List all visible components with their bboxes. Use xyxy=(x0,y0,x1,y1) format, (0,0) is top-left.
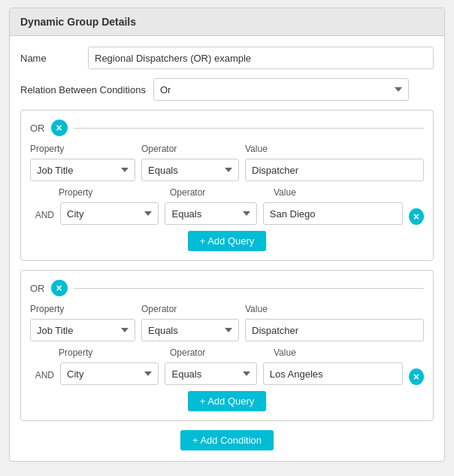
property-select-2-primary[interactable]: Job Title City xyxy=(30,319,135,341)
operator-select-2-and[interactable]: Equals Not Equals xyxy=(165,362,256,385)
primary-query-row-2: Job Title City Equals Not Equals xyxy=(30,319,424,341)
panel-body: Name Relation Between Conditions Or And … xyxy=(10,36,444,461)
or-label-2: OR xyxy=(30,283,45,294)
operator-and-col-label-2: Operator xyxy=(170,347,268,360)
and-query-row-2: AND City Job Title Equals Not Equals xyxy=(30,362,424,385)
condition-or-row-1: OR xyxy=(30,120,424,136)
value-and-col-label-2: Value xyxy=(274,347,424,360)
name-input[interactable] xyxy=(88,47,434,69)
property-col-label-1: Property xyxy=(30,144,135,156)
operator-select-1-and[interactable]: Equals Not Equals xyxy=(165,202,256,225)
value-and-col-label-1: Value xyxy=(274,187,424,200)
property-col-label-2: Property xyxy=(30,304,135,317)
condition-block-2: OR Property Operator Value Job Title xyxy=(20,270,434,421)
value-col-label-2: Value xyxy=(245,304,424,317)
relation-select[interactable]: Or And xyxy=(153,78,409,101)
property-select-1-and[interactable]: City Job Title xyxy=(60,202,159,225)
add-condition-row: + Add Condition xyxy=(20,430,434,450)
remove-query-2-and-button[interactable] xyxy=(409,368,424,385)
add-query-1-button[interactable]: + Add Query xyxy=(188,231,267,251)
remove-condition-2-button[interactable] xyxy=(51,280,68,296)
operator-and-col-label-1: Operator xyxy=(170,187,268,200)
operator-col-label-2: Operator xyxy=(141,304,239,317)
primary-query-headers-1: Property Operator Value xyxy=(30,144,424,156)
property-and-col-label-2: Property xyxy=(59,347,164,360)
add-query-2-button[interactable]: + Add Query xyxy=(188,391,267,411)
operator-col-label-1: Operator xyxy=(141,144,239,156)
operator-select-2-primary[interactable]: Equals Not Equals xyxy=(141,319,239,341)
and-query-headers-1: Property Operator Value xyxy=(30,187,424,200)
condition-line-2 xyxy=(74,288,425,289)
primary-query-headers-2: Property Operator Value xyxy=(30,304,424,317)
condition-or-row-2: OR xyxy=(30,280,424,296)
condition-line-1 xyxy=(74,128,425,129)
value-input-2-primary[interactable] xyxy=(245,319,424,341)
and-query-headers-2: Property Operator Value xyxy=(30,347,424,360)
add-query-row-1: + Add Query xyxy=(30,231,424,251)
relation-row: Relation Between Conditions Or And xyxy=(20,78,434,101)
name-label: Name xyxy=(20,53,80,64)
and-label-1: AND xyxy=(32,210,54,225)
value-col-label-1: Value xyxy=(245,144,424,156)
value-input-1-primary[interactable] xyxy=(245,159,424,181)
remove-condition-1-button[interactable] xyxy=(51,120,68,136)
property-and-col-label-1: Property xyxy=(59,187,164,200)
condition-block-1: OR Property Operator Value Job Title xyxy=(20,110,434,261)
value-input-1-and[interactable] xyxy=(263,202,403,225)
dynamic-group-panel: Dynamic Group Details Name Relation Betw… xyxy=(9,8,445,462)
and-label-2: AND xyxy=(32,370,54,385)
relation-label: Relation Between Conditions xyxy=(20,84,146,96)
add-query-row-2: + Add Query xyxy=(30,391,424,411)
or-label-1: OR xyxy=(30,123,45,134)
property-select-1-primary[interactable]: Job Title City xyxy=(30,159,135,181)
value-input-2-and[interactable] xyxy=(263,362,403,385)
operator-select-1-primary[interactable]: Equals Not Equals xyxy=(141,159,239,181)
panel-header: Dynamic Group Details xyxy=(10,8,444,36)
property-select-2-and[interactable]: City Job Title xyxy=(60,362,159,385)
remove-query-1-and-button[interactable] xyxy=(409,208,424,225)
name-row: Name xyxy=(20,47,434,69)
primary-query-row-1: Job Title City Equals Not Equals xyxy=(30,159,424,181)
and-query-row-1: AND City Job Title Equals Not Equals xyxy=(30,202,424,225)
add-condition-button[interactable]: + Add Condition xyxy=(180,430,274,450)
